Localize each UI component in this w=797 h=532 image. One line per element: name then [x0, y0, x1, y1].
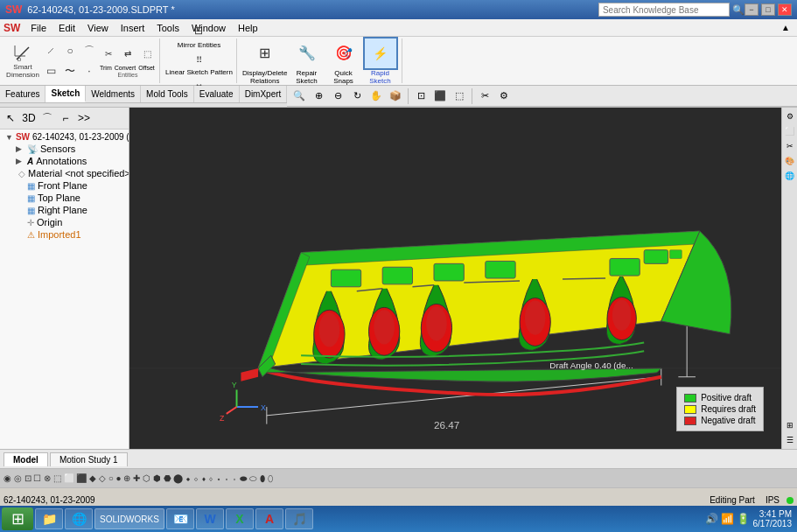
ie-icon: 🌐 [70, 510, 87, 528]
date-display: 6/17/2013 [753, 519, 793, 528]
tab-features[interactable]: Features [0, 86, 45, 102]
view-settings-button[interactable]: ⚙ [783, 109, 797, 123]
taskbar-excel[interactable]: X [226, 508, 254, 529]
mirror-entities-button[interactable]: ⊟ [183, 21, 214, 40]
svg-rect-20 [434, 263, 464, 281]
search-area: 🔍 [598, 3, 745, 17]
offset-button[interactable]: ⬚ [138, 44, 156, 63]
convert-button[interactable]: ⇄ [119, 44, 136, 63]
maximize-button[interactable]: □ [761, 4, 775, 16]
arc-button[interactable]: ⌒ [80, 41, 98, 60]
tabs-and-view: Features Sketch Weldments Mold Tools Eva… [0, 86, 797, 108]
3d-sketch-button[interactable]: 3D [20, 109, 38, 127]
tree-top-plane[interactable]: ▦ Top Plane [2, 192, 127, 204]
tree-origin[interactable]: ✛ Origin [2, 216, 127, 228]
section-view-button[interactable]: ✂ [476, 88, 493, 105]
start-button[interactable]: ⊞ [2, 508, 33, 530]
menu-help[interactable]: Help [233, 21, 263, 35]
scene-button[interactable]: 🌐 [783, 169, 797, 183]
menu-file[interactable]: File [25, 21, 52, 35]
minimize-button[interactable]: − [745, 4, 759, 16]
tree-annotations[interactable]: ▶ A Annotations [2, 155, 127, 167]
menu-edit[interactable]: Edit [53, 21, 80, 35]
line-button[interactable]: ⟋ [42, 41, 59, 60]
taskbar-mail[interactable]: 📧 [166, 508, 194, 529]
convert-label: Convert [115, 65, 136, 71]
svg-text:Draft Angle 0.40 (de...: Draft Angle 0.40 (de... [549, 360, 633, 370]
draft-legend: Positive draft Requires draft Negative d… [676, 387, 764, 431]
tree-right-plane[interactable]: ▦ Right Plane [2, 204, 127, 216]
repair-icon: 🔧 [298, 45, 316, 61]
tab-sketch[interactable]: Sketch [45, 86, 86, 102]
expand-view-button[interactable]: ⊞ [783, 418, 797, 432]
tab-model[interactable]: Model [3, 452, 48, 466]
zoom-out-button[interactable]: ⊖ [329, 88, 346, 105]
zoom-in-button[interactable]: ⊕ [310, 88, 327, 105]
menu-view[interactable]: View [82, 21, 114, 35]
tree-material[interactable]: ◇ Material <not specified> [2, 167, 127, 179]
view-list-button[interactable]: ☰ [783, 433, 797, 447]
requires-draft-label: Requires draft [701, 404, 756, 414]
circle-button[interactable]: ○ [61, 41, 79, 60]
app-logo-menu: SW [3, 22, 20, 34]
svg-text:26.47: 26.47 [434, 419, 459, 430]
taskbar-solidworks[interactable]: SOLIDWORKS [94, 508, 164, 529]
pan-button[interactable]: ✋ [367, 88, 385, 105]
linear-sketch-pattern-button[interactable]: ⠿ [183, 52, 214, 67]
view-options-button[interactable]: ⚙ [495, 88, 513, 105]
point-button[interactable]: · [80, 61, 98, 80]
sketch-fillet-button[interactable]: ⌒ [38, 109, 56, 127]
taskbar-word[interactable]: W [196, 508, 224, 529]
tree-front-plane[interactable]: ▦ Front Plane [2, 179, 127, 192]
front-plane-icon: ▦ [27, 181, 35, 191]
sketch-chamfer-button[interactable]: ⌐ [57, 109, 74, 127]
tab-evaluate[interactable]: Evaluate [194, 86, 240, 102]
linear-sketch-icon: ⠿ [196, 55, 202, 65]
search-input[interactable] [598, 3, 730, 17]
smart-dimension-button[interactable]: D SmartDimension [5, 39, 40, 83]
display-delete-button[interactable]: ⊞ [248, 37, 283, 70]
repair-sketch-button[interactable]: 🔧 [290, 37, 325, 70]
taskbar-media[interactable]: 🎵 [285, 508, 313, 529]
quick-snaps-button[interactable]: 🎯 [326, 37, 361, 70]
requires-draft-legend: Requires draft [684, 404, 756, 414]
toolbar-area: D SmartDimension ⟋ ○ ⌒ [0, 37, 797, 86]
expand-button[interactable]: >> [75, 109, 93, 127]
imported-icon: ⚠ [27, 230, 35, 240]
tab-weldments[interactable]: Weldments [86, 86, 141, 102]
trim-button[interactable]: ✂ [100, 44, 117, 63]
taskbar-ie[interactable]: 🌐 [65, 508, 93, 529]
edges-button[interactable]: ⬚ [451, 88, 468, 105]
spline-button[interactable]: 〜 [61, 61, 79, 80]
view-orient-button[interactable]: 📦 [387, 88, 404, 105]
viewport[interactable]: 26.47 12.32 [129, 108, 781, 449]
right-panel: ⚙ ⬜ ✂ 🎨 🌐 ⊞ ☰ [781, 108, 797, 449]
rotate-view-button[interactable]: ↻ [348, 88, 366, 105]
select-button[interactable]: ↖ [2, 109, 19, 127]
rapid-sketch-button[interactable]: ⚡ [363, 37, 398, 70]
app-title: 62-140243, 01-23-2009.SLDPRT * [27, 4, 174, 15]
perspective-button[interactable]: ⬜ [783, 124, 797, 138]
tab-dimxpert[interactable]: DimXpert [240, 86, 288, 102]
tab-motion-study[interactable]: Motion Study 1 [50, 452, 128, 466]
search-icon[interactable]: 🔍 [732, 4, 745, 15]
tree-root[interactable]: ▼ SW 62-140243, 01-23-2009 (Defau... [2, 131, 127, 143]
zoom-fit-button[interactable]: 🔍 [290, 88, 308, 105]
close-button[interactable]: ✕ [778, 4, 792, 16]
taskbar-acrobat[interactable]: A [255, 508, 283, 529]
wireframe-button[interactable]: ⊡ [412, 88, 430, 105]
minimize-panel[interactable]: ▲ [781, 23, 790, 32]
status-unit: IPS [766, 495, 780, 505]
menu-insert[interactable]: Insert [115, 21, 150, 35]
taskbar-explorer[interactable]: 📁 [35, 508, 63, 529]
section-cut-button[interactable]: ✂ [783, 139, 797, 153]
shaded-button[interactable]: ⬛ [431, 88, 449, 105]
mirror-icon: ⊟ [194, 24, 203, 37]
tree-imported[interactable]: ⚠ Imported1 [2, 228, 127, 241]
tab-mold-tools[interactable]: Mold Tools [141, 86, 194, 102]
rapid-sketch-label: RapidSketch [369, 70, 390, 86]
tree-sensors[interactable]: ▶ 📡 Sensors [2, 143, 127, 155]
rect-button[interactable]: ▭ [42, 61, 59, 80]
appearance-button[interactable]: 🎨 [783, 154, 797, 168]
negative-draft-legend: Negative draft [684, 416, 756, 425]
